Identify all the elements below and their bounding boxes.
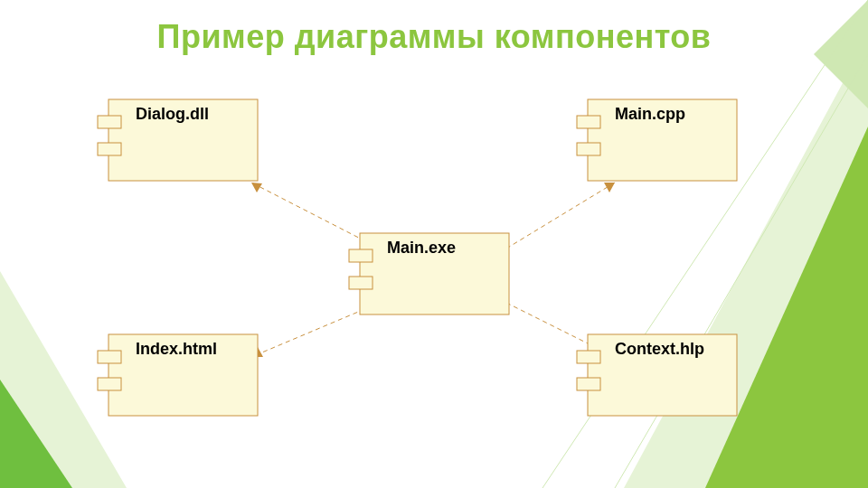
component-diagram: Dialog.dll Main.cpp Main.exe Index.html: [0, 0, 868, 488]
svg-rect-28: [577, 351, 600, 363]
svg-rect-17: [98, 143, 121, 155]
svg-rect-26: [98, 378, 121, 390]
component-label: Context.hlp: [615, 340, 704, 358]
component-label: Index.html: [136, 340, 217, 358]
component-label: Dialog.dll: [136, 105, 209, 123]
slide: Пример диаграммы компонентов Dialog.: [0, 0, 868, 488]
component-dialog: Dialog.dll: [98, 99, 258, 181]
component-context: Context.hlp: [577, 334, 737, 416]
component-label: Main.exe: [387, 239, 456, 257]
component-index: Index.html: [98, 334, 258, 416]
component-maincpp: Main.cpp: [577, 99, 737, 181]
svg-rect-25: [98, 351, 121, 363]
component-label: Main.cpp: [615, 105, 685, 123]
component-mainexe: Main.exe: [349, 233, 509, 314]
svg-marker-10: [604, 183, 615, 192]
svg-rect-29: [577, 378, 600, 390]
svg-line-9: [506, 183, 615, 249]
svg-rect-16: [98, 116, 121, 128]
dependency-arrow: [506, 183, 615, 249]
svg-rect-19: [577, 116, 600, 128]
svg-rect-23: [349, 277, 373, 289]
svg-rect-20: [577, 143, 600, 155]
svg-rect-22: [349, 249, 373, 262]
